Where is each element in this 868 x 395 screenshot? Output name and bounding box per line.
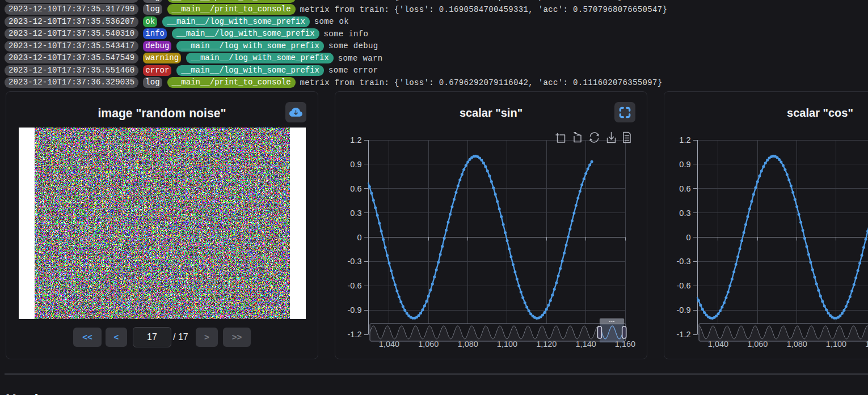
- svg-text:0.6: 0.6: [679, 184, 690, 193]
- svg-text:-0.3: -0.3: [677, 257, 691, 266]
- svg-text:-0.9: -0.9: [348, 305, 362, 315]
- svg-text:1.2: 1.2: [350, 135, 361, 145]
- svg-text:-0.6: -0.6: [677, 281, 691, 290]
- svg-text:0.3: 0.3: [679, 209, 690, 218]
- svg-text:0.9: 0.9: [350, 160, 361, 169]
- svg-text:0: 0: [686, 233, 690, 242]
- svg-text:-1.2: -1.2: [348, 330, 362, 339]
- svg-text:0: 0: [357, 233, 361, 242]
- svg-text:1.2: 1.2: [679, 135, 690, 145]
- svg-text:0.3: 0.3: [350, 209, 361, 218]
- svg-text:-0.9: -0.9: [677, 305, 691, 315]
- svg-text:-1.2: -1.2: [677, 330, 691, 339]
- svg-text:-0.6: -0.6: [348, 281, 362, 290]
- svg-text:0.9: 0.9: [679, 160, 690, 169]
- svg-text:-0.3: -0.3: [348, 257, 362, 266]
- svg-text:0.6: 0.6: [350, 184, 361, 193]
